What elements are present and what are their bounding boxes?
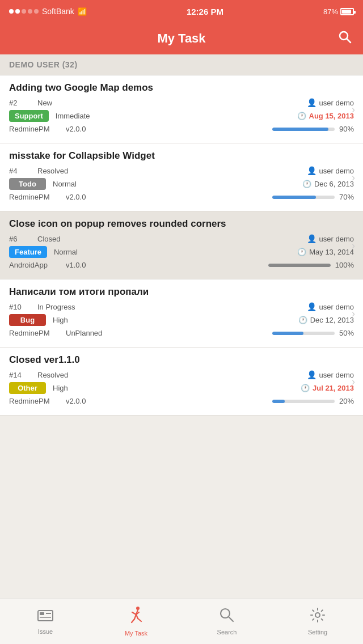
task-title-5: Closed ver1.1.0 bbox=[9, 354, 354, 366]
clock-icon-1: 🕐 bbox=[297, 112, 306, 120]
task-row-4c: RedminePM UnPlanned 50% bbox=[9, 329, 354, 337]
progress-2: 70% bbox=[272, 193, 354, 201]
dot-5 bbox=[34, 9, 39, 14]
task-priority-1: Immediate bbox=[56, 112, 297, 120]
chevron-5: › bbox=[352, 375, 355, 387]
task-row-1a: #2 New 👤 user demo bbox=[9, 98, 354, 107]
dot-3 bbox=[22, 9, 26, 14]
status-time: 12:26 PM bbox=[187, 7, 223, 16]
issue-icon bbox=[37, 608, 53, 626]
task-project-2: RedminePM bbox=[9, 193, 66, 201]
progress-1: 90% bbox=[272, 125, 354, 133]
tab-setting[interactable]: Setting bbox=[272, 603, 363, 640]
progress-3: 100% bbox=[268, 261, 354, 269]
task-id-5: #14 bbox=[9, 371, 37, 379]
svg-line-13 bbox=[138, 618, 141, 621]
task-row-5a: #14 Resolved 👤 user demo bbox=[9, 370, 354, 379]
task-project-1: RedminePM bbox=[9, 125, 66, 133]
person-icon-1: 👤 bbox=[307, 98, 316, 107]
tab-issue-label: Issue bbox=[38, 628, 53, 635]
task-row-5c: RedminePM v2.0.0 20% bbox=[9, 397, 354, 405]
battery-percent: 87% bbox=[323, 7, 338, 16]
task-project-5: RedminePM bbox=[9, 397, 66, 405]
status-right: 87% bbox=[323, 7, 354, 16]
progress-fill-2 bbox=[272, 196, 316, 199]
dot-1 bbox=[9, 9, 14, 14]
task-version-3: v1.0.0 bbox=[66, 261, 268, 269]
task-date-4: 🕐 Dec 12, 2013 bbox=[298, 316, 354, 324]
carrier-label: SoftBank bbox=[42, 7, 74, 16]
svg-line-1 bbox=[347, 39, 351, 43]
svg-line-15 bbox=[229, 617, 233, 621]
dot-4 bbox=[28, 9, 32, 14]
clock-icon-2: 🕐 bbox=[302, 180, 311, 188]
task-title-3: Close icon on popup removes rounded corn… bbox=[9, 218, 354, 230]
task-project-3: AndroidApp bbox=[9, 261, 66, 269]
runner-icon bbox=[129, 607, 143, 628]
task-row-4a: #10 In Progress 👤 user demo bbox=[9, 302, 354, 311]
chevron-4: › bbox=[352, 307, 355, 319]
task-version-4: UnPlanned bbox=[66, 329, 272, 337]
task-assignee-3: 👤 user demo bbox=[307, 234, 354, 243]
progress-fill-4 bbox=[272, 332, 303, 335]
task-item-3[interactable]: Close icon on popup removes rounded corn… bbox=[0, 211, 363, 279]
task-title-1: Adding two Google Map demos bbox=[9, 82, 354, 94]
wifi-icon: 📶 bbox=[78, 7, 87, 16]
task-priority-5: High bbox=[53, 384, 301, 392]
nav-title: My Task bbox=[157, 31, 205, 46]
person-icon-2: 👤 bbox=[307, 166, 316, 175]
svg-line-12 bbox=[136, 615, 138, 618]
battery-icon bbox=[340, 8, 354, 15]
progress-fill-5 bbox=[272, 400, 285, 403]
task-row-5b: Other High 🕐 Jul 21, 2013 bbox=[9, 382, 354, 394]
task-item-2[interactable]: misstake for Collapsible Widget #4 Resol… bbox=[0, 143, 363, 211]
progress-pct-5: 20% bbox=[339, 397, 354, 405]
person-icon-4: 👤 bbox=[307, 302, 316, 311]
tab-search-label: Search bbox=[217, 629, 237, 635]
task-item-4[interactable]: Написали том итоги пропали #10 In Progre… bbox=[0, 279, 363, 348]
nav-search-icon[interactable] bbox=[338, 30, 352, 47]
task-priority-2: Normal bbox=[53, 180, 302, 188]
task-status-4: In Progress bbox=[37, 303, 307, 311]
svg-line-11 bbox=[132, 619, 134, 622]
task-row-3b: Feature Normal 🕐 May 13, 2014 bbox=[9, 246, 354, 258]
svg-rect-3 bbox=[40, 612, 44, 615]
task-id-1: #2 bbox=[9, 99, 37, 107]
task-status-2: Resolved bbox=[37, 167, 307, 175]
task-item-1[interactable]: Adding two Google Map demos #2 New 👤 use… bbox=[0, 75, 363, 143]
progress-bar-4 bbox=[272, 332, 335, 335]
progress-bar-2 bbox=[272, 196, 335, 199]
progress-pct-4: 50% bbox=[339, 329, 354, 337]
task-id-3: #6 bbox=[9, 235, 37, 243]
svg-line-8 bbox=[132, 612, 136, 615]
tag-5: Other bbox=[9, 382, 46, 394]
svg-point-16 bbox=[315, 613, 320, 617]
dot-2 bbox=[15, 9, 20, 14]
chevron-1: › bbox=[352, 103, 355, 115]
battery-fill bbox=[342, 10, 351, 14]
tab-search[interactable]: Search bbox=[182, 603, 272, 640]
task-status-3: Closed bbox=[37, 235, 307, 243]
status-left: SoftBank 📶 bbox=[9, 7, 87, 16]
progress-5: 20% bbox=[272, 397, 354, 405]
task-title-2: misstake for Collapsible Widget bbox=[9, 150, 354, 162]
task-row-2c: RedminePM v2.0.0 70% bbox=[9, 193, 354, 201]
tab-mytask-label: My Task bbox=[125, 630, 147, 637]
task-row-2b: Todo Normal 🕐 Dec 6, 2013 bbox=[9, 178, 354, 190]
task-assignee-5: 👤 user demo bbox=[307, 370, 354, 379]
task-date-2: 🕐 Dec 6, 2013 bbox=[302, 180, 354, 188]
task-id-2: #4 bbox=[9, 167, 37, 175]
clock-icon-3: 🕐 bbox=[297, 248, 306, 256]
tag-4: Bug bbox=[9, 314, 46, 326]
tab-issue[interactable]: Issue bbox=[0, 604, 91, 639]
task-item-5[interactable]: Closed ver1.1.0 #14 Resolved 👤 user demo… bbox=[0, 348, 363, 416]
task-assignee-2: 👤 user demo bbox=[307, 166, 354, 175]
task-row-3a: #6 Closed 👤 user demo bbox=[9, 234, 354, 243]
task-list: Adding two Google Map demos #2 New 👤 use… bbox=[0, 75, 363, 461]
task-priority-3: Normal bbox=[54, 248, 297, 256]
task-status-1: New bbox=[37, 99, 307, 107]
person-icon-3: 👤 bbox=[307, 234, 316, 243]
task-assignee-4: 👤 user demo bbox=[307, 302, 354, 311]
tab-mytask[interactable]: My Task bbox=[91, 602, 182, 641]
task-id-4: #10 bbox=[9, 303, 37, 311]
